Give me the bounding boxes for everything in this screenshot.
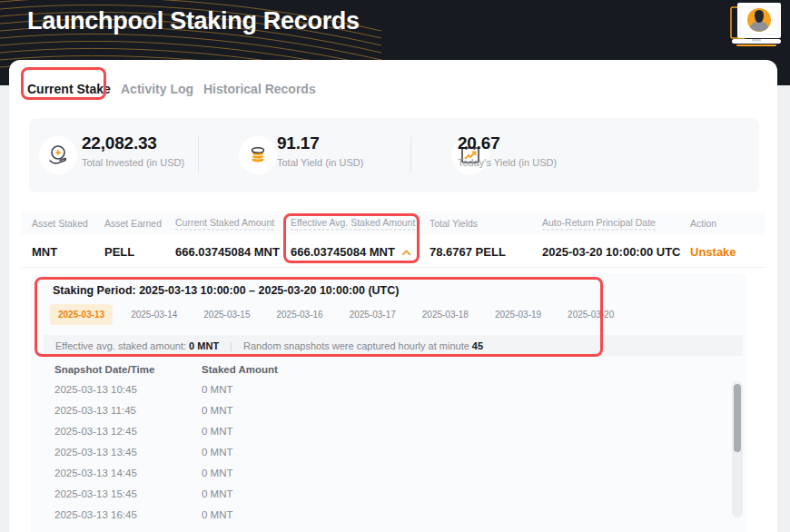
- effective-avg-info-bar: Effective avg. staked amount: 0 MNT | Ra…: [44, 335, 743, 356]
- snapshot-col-datetime: Snapshot Date/Time: [54, 364, 154, 375]
- snapshot-col-amount: Staked Amount: [202, 364, 278, 375]
- date-pill[interactable]: 2025-03-19: [487, 304, 549, 325]
- date-pill-selected[interactable]: 2025-03-13: [50, 304, 113, 325]
- col-asset-staked: Asset Staked: [32, 218, 88, 229]
- unstake-button[interactable]: Unstake: [690, 244, 736, 258]
- snapshot-time: 2025-03-13 12:45: [54, 426, 137, 437]
- stats-panel: 22,082.33 Total Invested (in USD) 91.17 …: [29, 118, 759, 192]
- snapshot-amount: 0 MNT: [202, 509, 233, 520]
- cell-auto-return-date: 2025-03-20 10:00:00 UTC: [542, 244, 680, 258]
- date-pill[interactable]: 2025-03-20: [559, 304, 622, 325]
- effective-avg-label: Effective avg. staked amount:: [55, 340, 186, 351]
- page: Launchpool Staking Records Current Stake…: [0, 0, 790, 532]
- snapshot-time: 2025-03-13 10:45: [54, 384, 137, 395]
- snapshot-amount: 0 MNT: [202, 405, 233, 416]
- staking-period-label: Staking Period: 2025-03-13 10:00:00 – 20…: [53, 284, 399, 297]
- tab-historical-records[interactable]: Historical Records: [203, 82, 316, 96]
- stat-total-invested: 22,082.33 Total Invested (in USD): [82, 133, 184, 168]
- date-pills: 2025-03-13 2025-03-14 2025-03-15 2025-03…: [50, 304, 622, 325]
- cell-asset-staked: MNT: [32, 244, 57, 258]
- col-asset-earned: Asset Earned: [104, 218, 162, 229]
- tab-activity-log[interactable]: Activity Log: [121, 82, 193, 96]
- snapshot-amount: 0 MNT: [202, 468, 233, 478]
- stat-todays-yield: 20.67 Today's Yield (in USD): [458, 133, 557, 168]
- col-auto-return-date[interactable]: Auto-Return Principal Date: [542, 217, 656, 231]
- effective-avg-amount: 0 MNT: [189, 340, 219, 351]
- stat-value: 20.67: [458, 133, 557, 153]
- snapshot-scrollbar-thumb[interactable]: [734, 384, 741, 452]
- tab-current-stake[interactable]: Current Stake: [27, 82, 111, 96]
- stat-label: Today's Yield (in USD): [458, 157, 557, 168]
- snapshot-amount: 0 MNT: [202, 488, 233, 499]
- snapshot-time: 2025-03-13 14:45: [54, 468, 137, 478]
- cell-asset-earned: PELL: [104, 244, 134, 258]
- snapshot-note: Random snapshots were captured hourly at…: [243, 340, 469, 351]
- date-pill[interactable]: 2025-03-17: [341, 304, 404, 325]
- col-effective-avg-staked-amount[interactable]: Effective Avg. Staked Amount: [291, 217, 415, 231]
- stat-label: Total Yield (in USD): [277, 157, 363, 168]
- date-pill[interactable]: 2025-03-18: [414, 304, 477, 325]
- snapshot-time: 2025-03-13 11:45: [54, 405, 136, 416]
- col-current-staked-amount[interactable]: Current Staked Amount: [175, 217, 274, 231]
- snapshot-time: 2025-03-13 13:45: [54, 447, 137, 458]
- snapshot-amount: 0 MNT: [202, 447, 233, 458]
- date-pill[interactable]: 2025-03-16: [268, 304, 331, 325]
- coin-stack-icon: [239, 136, 277, 174]
- cell-effective-avg[interactable]: 666.03745084 MNT: [291, 244, 408, 258]
- snapshot-minute: 45: [472, 340, 483, 351]
- records-card: Current Stake Activity Log Historical Re…: [9, 60, 777, 532]
- stat-label: Total Invested (in USD): [82, 157, 184, 168]
- snapshot-time: 2025-03-13 16:45: [54, 509, 137, 520]
- chevron-up-icon[interactable]: [402, 250, 411, 259]
- col-total-yields: Total Yields: [430, 218, 478, 229]
- effective-avg-value: 666.03745084 MNT: [291, 244, 395, 258]
- snapshot-scrollbar-track[interactable]: [732, 381, 743, 517]
- col-action: Action: [690, 218, 716, 229]
- snapshot-panel: Staking Period: 2025-03-13 10:00:00 – 20…: [31, 273, 746, 532]
- stat-total-yield: 91.17 Total Yield (in USD): [277, 133, 363, 168]
- info-divider: |: [230, 340, 232, 351]
- stat-value: 91.17: [277, 133, 363, 153]
- page-title: Launchpool Staking Records: [27, 7, 360, 35]
- stat-value: 22,082.33: [82, 133, 184, 153]
- hand-coin-icon: [39, 136, 77, 174]
- table-header-row: Asset Staked Asset Earned Current Staked…: [22, 212, 765, 235]
- table-row: MNT PELL 666.03745084 MNT 666.03745084 M…: [22, 235, 765, 268]
- cell-total-yields: 78.6767 PELL: [430, 244, 506, 258]
- stat-divider: [410, 137, 411, 173]
- cell-current-staked-amount: 666.03745084 MNT: [175, 244, 280, 258]
- snapshot-time: 2025-03-13 15:45: [54, 488, 137, 499]
- laptop-avatar-icon: [728, 2, 785, 49]
- snapshot-amount: 0 MNT: [202, 426, 233, 437]
- stat-divider: [198, 137, 199, 173]
- date-pill[interactable]: 2025-03-14: [123, 304, 185, 325]
- snapshot-amount: 0 MNT: [202, 384, 233, 395]
- date-pill[interactable]: 2025-03-15: [195, 304, 258, 325]
